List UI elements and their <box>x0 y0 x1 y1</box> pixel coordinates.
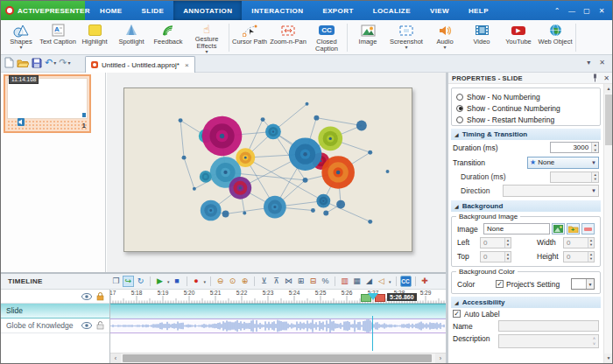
menu-home[interactable]: HOME <box>90 1 132 20</box>
menu-annotation[interactable]: ANNOTATION <box>173 1 242 20</box>
menu-view[interactable]: VIEW <box>420 1 459 20</box>
ribbon-button-gesture-effects[interactable]: ☝ Gesture Effects ▾ <box>187 21 227 54</box>
left-spinner[interactable]: 0▲▼ <box>480 237 511 248</box>
description-input[interactable]: ˄˅ <box>498 334 599 348</box>
zoom-out-icon[interactable]: ⊖ <box>215 276 226 287</box>
zoom-reset-icon[interactable]: ⊙ <box>227 276 238 287</box>
dock-collapse-icon[interactable]: ▾ <box>587 59 590 66</box>
properties-scrollbar[interactable]: ▲ ▼ <box>603 84 613 363</box>
section-background[interactable]: ◢ Background <box>451 200 601 212</box>
closed-caption-icon[interactable]: CC <box>400 276 412 287</box>
radio-restart-numbering[interactable]: Show - Restart Numbering <box>456 114 595 125</box>
record-narration-icon[interactable]: ● <box>191 276 202 287</box>
ribbon-button-web-object[interactable]: Web Object <box>537 21 574 54</box>
height-spinner[interactable]: 0▲▼ <box>563 251 595 262</box>
ribbon-button-youtube[interactable]: ▶ YouTube <box>500 21 537 54</box>
image-input[interactable]: None <box>483 223 550 234</box>
radio-no-numbering[interactable]: Show - No Numbering <box>456 91 595 102</box>
menu-slide[interactable]: SLIDE <box>132 1 174 20</box>
arrange-objects-icon[interactable]: ❐ <box>110 276 122 287</box>
audio-fade-icon[interactable]: ◢ <box>363 276 375 287</box>
playhead-marker[interactable] <box>368 293 378 305</box>
redo-button[interactable]: ↷▾ <box>59 57 70 68</box>
tab-close-icon[interactable]: × <box>185 61 189 69</box>
show-hide-icon[interactable] <box>81 322 92 329</box>
timeline-horizontal-scrollbar[interactable]: ‹ › <box>110 353 446 363</box>
slide-time-bar[interactable] <box>110 304 446 318</box>
scroll-up-icon[interactable]: ▲ <box>604 84 613 94</box>
menu-help[interactable]: HELP <box>459 1 498 20</box>
track-row-slide[interactable]: Slide <box>1 304 109 318</box>
zoom-in-icon[interactable]: ⊕ <box>239 276 250 287</box>
ribbon-button-shapes[interactable]: Shapes ▾ <box>3 21 39 54</box>
image-browse-button[interactable]: + <box>567 223 580 234</box>
multi-split-icon[interactable]: ⊼ <box>271 276 282 287</box>
ribbon-button-spotlight[interactable]: Spotlight <box>113 21 150 54</box>
document-tab[interactable]: Untitled - Untitled.approj* × <box>85 56 195 73</box>
show-hide-all-icon[interactable] <box>81 293 92 300</box>
filmstrip-icon[interactable]: ▦ <box>351 276 363 287</box>
playback-speed-icon[interactable]: % <box>320 276 331 287</box>
scroll-left-icon[interactable]: ‹ <box>110 354 121 363</box>
menu-localize[interactable]: LOCALIZE <box>363 1 420 20</box>
radio-continue-numbering[interactable]: Show - Continue Numbering <box>456 102 595 114</box>
pin-icon[interactable] <box>592 74 598 82</box>
join-icon[interactable]: ⋈ <box>283 276 294 287</box>
ribbon-button-highlight[interactable]: Highlight <box>76 21 113 54</box>
split-icon[interactable]: ⊻ <box>258 276 270 287</box>
ribbon-button-screenshot[interactable]: Screenshot ▾ <box>386 21 426 54</box>
section-timing-transition[interactable]: ◢ Timing & Transition <box>451 129 601 140</box>
ribbon-button-feedback[interactable]: Feedback <box>150 21 187 54</box>
maximize-icon[interactable]: ▢ <box>580 7 594 15</box>
scrollbar-thumb[interactable] <box>123 354 432 362</box>
dropdown-caret-icon[interactable]: ▾ <box>389 279 391 284</box>
freeze-frame-icon[interactable]: ▥ <box>339 276 350 287</box>
menu-interaction[interactable]: INTERACTION <box>242 1 313 20</box>
slide-thumbnail[interactable]: 1 11:14.168 <box>4 74 91 133</box>
delete-time-icon[interactable]: ⊟ <box>307 276 319 287</box>
lock-all-icon[interactable] <box>96 292 104 301</box>
top-spinner[interactable]: 0▲▼ <box>480 251 511 262</box>
audio-object-bar[interactable] <box>110 318 446 333</box>
dock-close-icon[interactable]: ✕ <box>599 59 605 66</box>
transition-duration-spinner[interactable]: ▲▼ <box>550 172 599 183</box>
image-remove-button[interactable] <box>581 223 595 234</box>
loop-playback-icon[interactable]: ↻ <box>135 276 146 287</box>
insert-time-icon[interactable]: ⊞ <box>295 276 306 287</box>
play-icon[interactable]: ▶ <box>154 276 166 287</box>
unlock-icon[interactable] <box>96 321 104 330</box>
minimize-icon[interactable]: — <box>565 7 579 15</box>
project-setting-checkbox[interactable]: ✓ <box>496 280 504 288</box>
ribbon-button-image[interactable]: Image <box>349 21 386 54</box>
ribbon-button-video[interactable]: Video <box>463 21 500 54</box>
stop-icon[interactable]: ■ <box>172 276 183 287</box>
spinner-arrows-icon[interactable]: ▲▼ <box>591 143 598 152</box>
save-button[interactable] <box>32 58 42 68</box>
scrollbar-thumb[interactable] <box>605 94 612 145</box>
image-library-button[interactable] <box>552 223 565 234</box>
undo-button[interactable]: ↶▾ <box>45 57 56 68</box>
width-spinner[interactable]: 0▲▼ <box>563 237 595 248</box>
playhead-line[interactable] <box>372 316 373 351</box>
direction-dropdown[interactable]: ▼ <box>503 185 599 197</box>
ribbon-button-cursor-path[interactable]: Cursor Path <box>231 21 268 54</box>
pan-timeline-icon[interactable]: ↪ <box>123 276 134 287</box>
color-swatch[interactable]: ▼ <box>571 278 595 290</box>
open-button[interactable] <box>17 58 29 68</box>
menu-export[interactable]: EXPORT <box>313 1 363 20</box>
slide-canvas[interactable] <box>123 88 412 252</box>
ribbon-button-audio[interactable]: Audio ▾ <box>426 21 463 54</box>
volume-icon[interactable]: ◁ <box>376 276 387 287</box>
section-accessibility[interactable]: ◢ Accessibility <box>451 297 601 308</box>
close-icon[interactable]: ✕ <box>595 7 609 15</box>
sync-objects-icon[interactable]: ✚ <box>419 276 431 287</box>
scroll-right-icon[interactable]: › <box>435 354 446 363</box>
ribbon-button-zoom-n-pan[interactable]: Zoom-n-Pan <box>268 21 308 54</box>
dropdown-caret-icon[interactable]: ▾ <box>167 279 170 284</box>
scroll-down-icon[interactable]: ▼ <box>604 354 613 363</box>
panel-close-icon[interactable]: ✕ <box>603 74 609 82</box>
auto-label-checkbox[interactable]: ✓ <box>453 310 461 318</box>
dropdown-caret-icon[interactable]: ▾ <box>204 279 207 284</box>
duration-spinner[interactable]: 3000 ▲▼ <box>550 142 599 153</box>
new-button[interactable] <box>4 57 14 68</box>
